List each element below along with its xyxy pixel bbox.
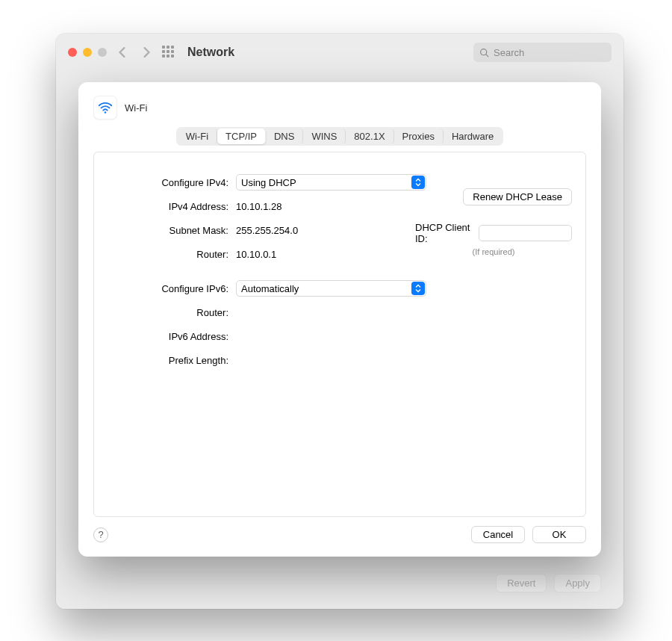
preferences-window: Network Search Revert Apply Wi-Fi Wi-Fi … <box>56 34 623 609</box>
label-ipv4-address: IPv4 Address: <box>94 201 236 212</box>
dhcp-client-id-field[interactable] <box>479 225 572 241</box>
tab-wins[interactable]: WINS <box>303 128 346 144</box>
tab-proxies[interactable]: Proxies <box>394 128 444 144</box>
sheet-title: Wi-Fi <box>125 102 147 114</box>
help-button[interactable]: ? <box>93 527 108 542</box>
tab-wifi[interactable]: Wi-Fi <box>178 128 217 144</box>
zoom-window-button[interactable] <box>98 48 107 57</box>
advanced-sheet: Wi-Fi Wi-Fi TCP/IP DNS WINS 802.1X Proxi… <box>78 82 601 557</box>
svg-point-2 <box>105 111 107 114</box>
apply-button[interactable]: Apply <box>554 574 601 592</box>
label-router-ipv4: Router: <box>94 249 236 260</box>
renew-dhcp-lease-button[interactable]: Renew DHCP Lease <box>463 188 572 205</box>
search-icon <box>479 48 489 58</box>
label-configure-ipv6: Configure IPv6: <box>94 283 236 294</box>
revert-button[interactable]: Revert <box>496 574 547 592</box>
label-configure-ipv4: Configure IPv4: <box>94 177 236 188</box>
value-router-ipv4: 10.10.0.1 <box>236 249 276 260</box>
configure-ipv6-select[interactable]: Automatically <box>236 280 426 297</box>
cancel-button[interactable]: Cancel <box>471 526 525 543</box>
label-subnet-mask: Subnet Mask: <box>94 225 236 236</box>
close-window-button[interactable] <box>68 48 77 57</box>
window-controls <box>68 48 107 57</box>
minimize-window-button[interactable] <box>83 48 92 57</box>
tab-hardware[interactable]: Hardware <box>444 128 502 144</box>
value-subnet-mask: 255.255.254.0 <box>236 225 298 236</box>
tab-dns[interactable]: DNS <box>266 128 303 144</box>
svg-line-1 <box>486 54 488 56</box>
dhcp-client-id-hint: (If required) <box>415 247 572 256</box>
chevron-updown-icon <box>411 282 425 295</box>
search-field[interactable]: Search <box>473 43 612 62</box>
tab-8021x[interactable]: 802.1X <box>346 128 393 144</box>
tcpip-panel: Configure IPv4: Using DHCP IPv4 Address:… <box>93 152 586 517</box>
tab-bar: Wi-Fi TCP/IP DNS WINS 802.1X Proxies Har… <box>176 127 504 146</box>
svg-point-0 <box>481 49 487 55</box>
show-all-icon[interactable] <box>162 46 175 59</box>
configure-ipv4-value: Using DHCP <box>241 177 296 188</box>
label-router-ipv6: Router: <box>94 307 236 318</box>
label-ipv6-address: IPv6 Address: <box>94 331 236 342</box>
window-title: Network <box>187 46 234 59</box>
back-button[interactable] <box>114 43 131 62</box>
chevron-updown-icon <box>411 176 425 189</box>
label-dhcp-client-id: DHCP Client ID: <box>415 222 473 244</box>
value-ipv4-address: 10.10.1.28 <box>236 201 281 212</box>
forward-button[interactable] <box>138 43 155 62</box>
search-placeholder: Search <box>494 47 524 58</box>
tab-tcpip[interactable]: TCP/IP <box>217 128 266 144</box>
configure-ipv4-select[interactable]: Using DHCP <box>236 174 426 191</box>
ok-button[interactable]: OK <box>532 526 586 543</box>
configure-ipv6-value: Automatically <box>241 283 299 294</box>
titlebar: Network Search <box>56 34 623 71</box>
wifi-icon <box>93 96 117 120</box>
label-prefix-length: Prefix Length: <box>94 355 236 366</box>
